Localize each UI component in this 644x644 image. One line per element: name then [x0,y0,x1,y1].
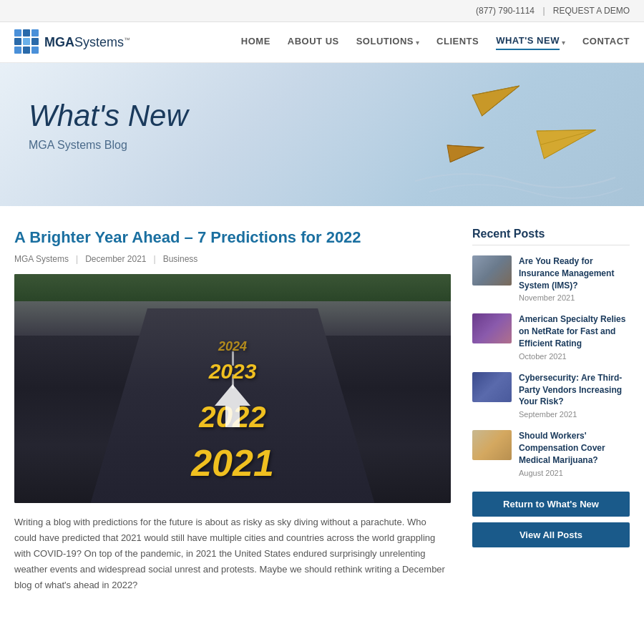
svg-rect-3 [14,38,21,45]
article-date: December 2021 [85,254,146,264]
svg-rect-0 [14,29,21,36]
solutions-dropdown-arrow: ▾ [416,39,419,47]
post-thumb-3 [472,372,512,402]
post-info-1: Are You Ready for Insurance Management S… [519,255,630,302]
request-demo-link[interactable]: REQUEST A DEMO [553,6,630,16]
svg-rect-6 [14,47,21,54]
nav-home[interactable]: HOME [241,36,270,49]
svg-marker-13 [472,76,524,116]
recent-post-1: Are You Ready for Insurance Management S… [472,255,630,302]
separator: | [542,6,545,16]
article-title: A Brighter Year Ahead – 7 Predictions fo… [14,228,451,248]
year-2024: 2024 [218,339,247,354]
svg-rect-4 [23,38,30,45]
post-thumb-4 [472,430,512,460]
post-date-2: October 2021 [519,352,630,361]
logo-text: MGASystems™ [44,35,130,50]
view-all-posts-button[interactable]: View All Posts [472,522,630,547]
nav-contact[interactable]: CONTACT [582,36,630,49]
post-thumb-1 [472,255,512,286]
svg-rect-5 [31,38,39,45]
meta-sep-1: | [76,254,78,264]
post-thumb-2 [472,313,512,343]
nav-whatsnew[interactable]: WHAT'S NEW [496,35,560,50]
svg-marker-16 [447,139,485,162]
recent-post-4: Should Workers' Compensation Cover Medic… [472,430,630,477]
hero-section: What's New MGA Systems Blog [0,63,644,206]
article-category: Business [163,254,198,264]
post-title-1[interactable]: Are You Ready for Insurance Management S… [519,255,630,291]
nav-whatsnew-dropdown[interactable]: WHAT'S NEW ▾ [496,35,565,50]
nav-solutions[interactable]: SOLUTIONS [356,36,414,49]
svg-rect-7 [23,47,30,54]
article-excerpt: Writing a blog with predictions for the … [14,514,451,593]
post-title-2[interactable]: American Specialty Relies on NetRate for… [519,313,630,349]
meta-sep-2: | [154,254,156,264]
sidebar-buttons: Return to What's New View All Posts [472,492,630,547]
sidebar-title: Recent Posts [472,228,630,245]
post-info-2: American Specialty Relies on NetRate for… [519,313,630,360]
post-title-4[interactable]: Should Workers' Compensation Cover Medic… [519,430,630,466]
recent-post-2: American Specialty Relies on NetRate for… [472,313,630,360]
post-date-3: September 2021 [519,410,630,419]
article-image: 2024 2023 2022 2021 [14,274,451,503]
phone-number: (877) 790-1114 [476,6,535,16]
article-author: MGA Systems [14,254,69,264]
svg-rect-2 [31,29,39,36]
post-info-4: Should Workers' Compensation Cover Medic… [519,430,630,477]
main-content: A Brighter Year Ahead – 7 Predictions fo… [0,206,644,615]
article-meta: MGA Systems | December 2021 | Business [14,254,451,264]
nav-solutions-dropdown[interactable]: SOLUTIONS ▾ [356,36,419,49]
whatsnew-dropdown-arrow: ▾ [562,39,565,47]
article-section: A Brighter Year Ahead – 7 Predictions fo… [14,228,451,593]
year-2021: 2021 [191,441,274,484]
logo: MGASystems™ [14,29,130,55]
nav-clients[interactable]: CLIENTS [436,36,479,49]
return-whats-new-button[interactable]: Return to What's New [472,492,630,517]
year-2023: 2023 [209,359,257,384]
logo-icon [14,29,40,55]
road-arrow [215,384,250,427]
sidebar: Recent Posts Are You Ready for Insurance… [472,228,630,593]
paper-planes-decoration [408,67,623,206]
main-nav: HOME ABOUT US SOLUTIONS ▾ CLIENTS WHAT'S… [241,35,630,50]
top-bar: (877) 790-1114 | REQUEST A DEMO [0,0,644,22]
road-scene: 2024 2023 2022 2021 [14,274,451,503]
svg-rect-1 [23,29,30,36]
nav-about[interactable]: ABOUT US [288,36,339,49]
post-date-1: November 2021 [519,293,630,302]
header: MGASystems™ HOME ABOUT US SOLUTIONS ▾ CL… [0,22,644,63]
post-date-4: August 2021 [519,469,630,477]
post-title-3[interactable]: Cybersecurity: Are Third-Party Vendors I… [519,372,630,408]
svg-marker-19 [215,384,250,427]
post-info-3: Cybersecurity: Are Third-Party Vendors I… [519,372,630,419]
svg-rect-8 [31,47,39,54]
recent-post-3: Cybersecurity: Are Third-Party Vendors I… [472,372,630,419]
